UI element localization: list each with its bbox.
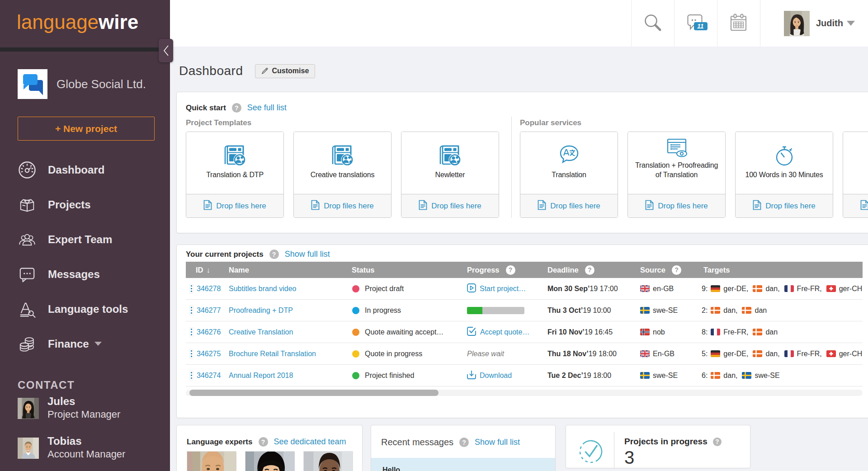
drop-files-label: Drop files here (658, 202, 708, 211)
sidebar-item-projects[interactable]: Projects (0, 187, 170, 222)
expert-photo[interactable] (187, 451, 236, 471)
project-name-link[interactable]: Creative Translation (229, 328, 293, 336)
user-caret-icon (847, 21, 855, 26)
scrollbar-thumb[interactable] (189, 390, 439, 396)
help-icon[interactable]: ? (506, 265, 515, 275)
see-full-list-link[interactable]: See full list (247, 103, 287, 113)
help-icon[interactable]: ? (459, 438, 469, 447)
col-progress[interactable]: Progress? (458, 265, 538, 275)
col-status[interactable]: Status (344, 266, 458, 274)
flag-dk-icon (742, 307, 751, 314)
template-name: Creative translations (294, 170, 391, 180)
project-id-link[interactable]: 346277 (197, 306, 221, 315)
help-icon[interactable]: ? (585, 265, 594, 275)
messages-button[interactable]: 11 (674, 0, 717, 47)
project-row[interactable]: 346277 Proofreading + DTP In progress Th… (186, 300, 863, 321)
new-project-button[interactable]: + New project (18, 117, 155, 141)
project-id-link[interactable]: 346276 (197, 328, 221, 336)
horizontal-scrollbar[interactable] (186, 390, 863, 396)
status-dot (352, 285, 359, 292)
project-name-link[interactable]: Proofreading + DTP (229, 306, 293, 314)
drop-files-zone[interactable]: Drop files here (294, 194, 391, 217)
drop-files-zone[interactable]: Drop files here (628, 194, 725, 217)
service-card[interactable]: Translation Drop files here (520, 132, 618, 218)
help-icon[interactable]: ? (269, 250, 279, 259)
contact-person[interactable]: Tobias Account Manager (18, 438, 170, 460)
template-card[interactable]: Creative translations Drop files here (293, 132, 392, 218)
template-card[interactable]: Translation & DTP Drop files here (186, 132, 284, 218)
drop-files-zone[interactable]: Drop files here (520, 194, 618, 217)
col-targets[interactable]: Targets (693, 266, 863, 274)
source-cell: en-GB (632, 285, 693, 293)
project-row[interactable]: 346276 Creative Translation Quote awaiti… (186, 321, 863, 343)
progress-action-link[interactable]: Start project… (467, 283, 538, 294)
document-icon (645, 200, 654, 212)
project-name-link[interactable]: Brochure Retail Translation (229, 350, 316, 358)
service-card[interactable]: 100 Words in 30 Minutes Drop files here (735, 132, 833, 218)
row-menu-icon[interactable] (189, 349, 193, 359)
drop-files-zone[interactable]: Drop files here (186, 194, 283, 217)
language-tools-icon (18, 300, 36, 318)
sidebar-item-expert-team[interactable]: Expert Team (0, 222, 170, 257)
flag-de-icon (711, 285, 720, 292)
project-id-link[interactable]: 346275 (197, 350, 221, 358)
drop-files-label: Drop files here (216, 202, 266, 211)
service-card-partial[interactable]: Drop files here (843, 132, 868, 218)
service-card[interactable]: Translation + Proofreading of Translatio… (627, 132, 726, 218)
sidebar-item-dashboard[interactable]: Dashboard (0, 152, 170, 187)
expert-photo[interactable] (245, 451, 294, 471)
drop-files-zone[interactable]: Drop files here (401, 194, 499, 217)
project-name-link[interactable]: Subtitles brand video (229, 285, 296, 292)
help-icon[interactable]: ? (713, 438, 722, 446)
project-row[interactable]: 346274 Annual Report 2018 Project finish… (186, 365, 863, 386)
col-name[interactable]: Name (224, 266, 344, 274)
target-lang: dan (742, 306, 767, 315)
message-row[interactable]: Hello (371, 458, 555, 471)
help-icon[interactable]: ? (672, 265, 681, 275)
col-id[interactable]: ID↓ (186, 266, 224, 274)
show-full-list-link[interactable]: Show full list (475, 438, 520, 447)
help-icon[interactable]: ? (232, 103, 241, 113)
progress-action-link[interactable]: Accept quote… (467, 327, 538, 338)
drop-files-zone[interactable]: Drop files here (736, 194, 833, 217)
customise-button[interactable]: Customise (255, 64, 315, 78)
sidebar-item-messages[interactable]: Messages (0, 257, 170, 292)
progress-wait-text: Please wait (467, 350, 504, 358)
sidebar-item-finance[interactable]: Finance (0, 326, 170, 361)
check-circle-icon (579, 439, 603, 464)
row-menu-icon[interactable] (189, 371, 193, 381)
project-name-link[interactable]: Annual Report 2018 (229, 372, 293, 379)
contact-list: Jules Project Manager Tobias Account Man… (0, 398, 170, 460)
row-menu-icon[interactable] (189, 306, 193, 316)
project-row[interactable]: 346278 Subtitles brand video Project dra… (186, 278, 863, 300)
search-icon (642, 12, 663, 35)
sidebar-collapse-button[interactable] (159, 39, 173, 62)
col-source[interactable]: Source? (632, 265, 693, 275)
user-menu[interactable]: Judith (760, 0, 868, 47)
project-id-link[interactable]: 346278 (197, 285, 221, 293)
row-menu-icon[interactable] (189, 327, 193, 337)
show-full-list-link[interactable]: Show full list (285, 250, 330, 259)
drop-files-zone[interactable]: Drop files here (843, 194, 868, 217)
col-deadline[interactable]: Deadline? (538, 265, 632, 275)
project-id-link[interactable]: 346274 (197, 372, 221, 380)
help-icon[interactable]: ? (259, 437, 268, 447)
contact-person[interactable]: Jules Project Manager (18, 398, 170, 420)
source-cell: swe-SE (632, 372, 693, 380)
row-menu-icon[interactable] (189, 284, 193, 294)
status-label: Quote awaiting accept… (365, 328, 443, 336)
targets-cell: 8:Fre-FR, dan (693, 328, 863, 336)
sidebar-item-language-tools[interactable]: Language tools (0, 292, 170, 326)
calendar-button[interactable] (717, 0, 760, 47)
source-cell: swe-SE (632, 306, 693, 315)
flag-dk-icon (753, 329, 762, 335)
template-card[interactable]: Newletter Drop files here (401, 132, 499, 218)
search-button[interactable] (631, 0, 674, 47)
progress-action-link[interactable]: Download (467, 370, 538, 381)
expert-photo[interactable] (303, 451, 353, 471)
see-dedicated-team-link[interactable]: See dedicated team (274, 437, 346, 447)
project-row[interactable]: 346275 Brochure Retail Translation Quote… (186, 343, 863, 365)
target-lang: Fre-FR, (711, 328, 748, 336)
flag-gb-icon (640, 350, 650, 357)
target-lang: ger-CH (826, 285, 863, 293)
